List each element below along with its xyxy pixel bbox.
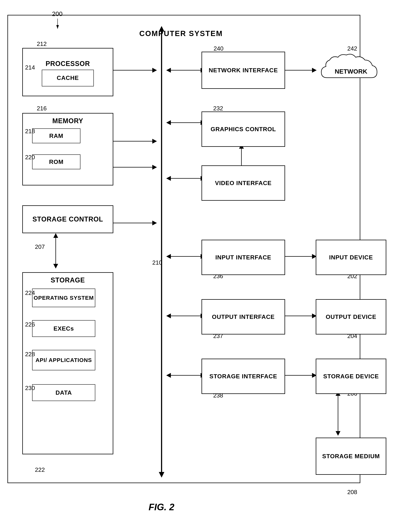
video-interface-box: VIDEO INTERFACE xyxy=(202,165,285,201)
ref-240: 240 xyxy=(214,45,224,52)
data-box: DATA xyxy=(32,384,95,401)
network-cloud: NETWORK xyxy=(316,52,386,89)
output-interface-label: OUTPUT INTERFACE xyxy=(212,313,275,320)
ref-210: 210 xyxy=(152,259,162,266)
storage-box: STORAGE OPERATING SYSTEM EXECs API/ APPL… xyxy=(22,272,113,454)
ref-212: 212 xyxy=(37,40,47,48)
ref-224: 224 xyxy=(25,289,35,296)
storage-label: STORAGE xyxy=(23,276,113,284)
network-interface-label: NETWORK INTERFACE xyxy=(209,67,278,74)
output-device-label: OUTPUT DEVICE xyxy=(326,313,376,320)
ref-200: 200 xyxy=(52,10,63,18)
os-label: OPERATING SYSTEM xyxy=(34,295,94,301)
output-device-box: OUTPUT DEVICE xyxy=(316,299,386,334)
ref-230: 230 xyxy=(25,385,35,391)
fig-caption: FIG. 2 xyxy=(149,502,174,513)
storage-control-box: STORAGE CONTROL xyxy=(22,205,113,233)
storage-medium-box: STORAGE MEDIUM xyxy=(316,437,386,475)
execs-box: EXECs xyxy=(32,320,95,337)
ref-207: 207 xyxy=(35,243,45,250)
api-box: API/ APPLICATIONS xyxy=(32,350,95,370)
input-device-label: INPUT DEVICE xyxy=(329,254,373,261)
ref-214: 214 xyxy=(25,64,35,71)
ref-208: 208 xyxy=(347,489,357,495)
ref-216: 216 xyxy=(37,105,47,112)
video-interface-label: VIDEO INTERFACE xyxy=(215,180,272,187)
storage-device-box: STORAGE DEVICE xyxy=(316,359,386,394)
storage-interface-label: STORAGE INTERFACE xyxy=(209,373,277,380)
ref-220: 220 xyxy=(25,154,35,161)
ref-226: 226 xyxy=(25,321,35,328)
ram-label: RAM xyxy=(49,133,63,139)
memory-label: MEMORY xyxy=(23,117,113,125)
input-device-box: INPUT DEVICE xyxy=(316,240,386,275)
processor-label: PROCESSOR xyxy=(46,60,90,68)
data-label: DATA xyxy=(56,389,72,396)
input-interface-label: INPUT INTERFACE xyxy=(215,254,271,261)
ram-box: RAM xyxy=(32,128,80,143)
storage-medium-label: STORAGE MEDIUM xyxy=(322,453,380,460)
os-box: OPERATING SYSTEM xyxy=(32,289,95,307)
processor-box: PROCESSOR CACHE xyxy=(22,48,113,96)
storage-device-label: STORAGE DEVICE xyxy=(323,373,379,380)
ref-242: 242 xyxy=(347,45,357,52)
svg-text:NETWORK: NETWORK xyxy=(335,68,367,75)
ref-222: 222 xyxy=(35,466,45,473)
execs-label: EXECs xyxy=(54,325,74,332)
memory-box: MEMORY RAM ROM xyxy=(22,113,113,185)
ref-218: 218 xyxy=(25,128,35,135)
api-label: API/ APPLICATIONS xyxy=(36,357,92,363)
graphics-control-label: GRAPHICS CONTROL xyxy=(211,126,276,133)
ref-232: 232 xyxy=(213,105,223,112)
network-interface-box: NETWORK INTERFACE xyxy=(202,52,285,89)
output-interface-box: OUTPUT INTERFACE xyxy=(202,299,285,334)
rom-box: ROM xyxy=(32,154,80,169)
input-interface-box: INPUT INTERFACE xyxy=(202,240,285,275)
storage-control-label: STORAGE CONTROL xyxy=(32,215,103,223)
cache-box: CACHE xyxy=(42,70,94,86)
cache-label: CACHE xyxy=(57,75,79,81)
graphics-control-box: GRAPHICS CONTROL xyxy=(202,112,285,147)
storage-interface-box: STORAGE INTERFACE xyxy=(202,359,285,394)
computer-system-title: COMPUTER SYSTEM xyxy=(139,29,223,38)
ref-228: 228 xyxy=(25,351,35,358)
rom-label: ROM xyxy=(49,159,64,165)
